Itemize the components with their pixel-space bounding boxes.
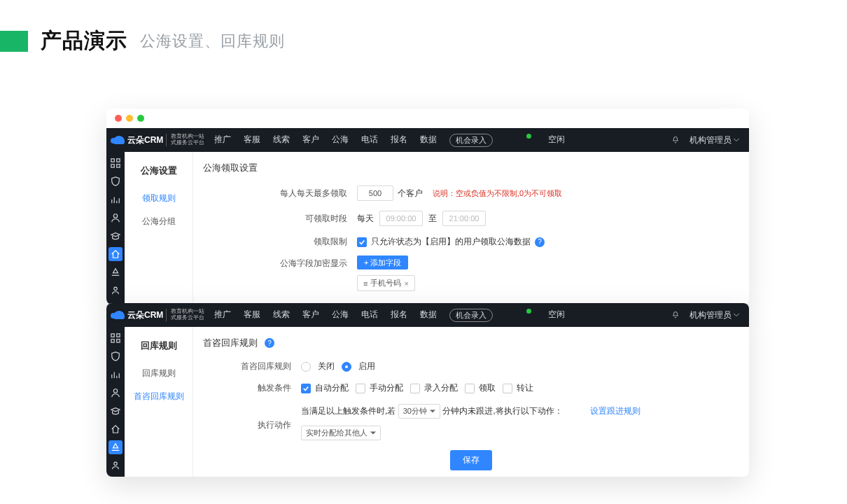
- nav-item[interactable]: 报名: [391, 134, 407, 147]
- nav-item[interactable]: 客户: [302, 134, 319, 147]
- encrypted-field-tag[interactable]: ≡ 手机号码 ×: [357, 275, 415, 291]
- svg-point-11: [114, 462, 117, 465]
- nav-item[interactable]: 电话: [361, 134, 378, 147]
- top-nav: 云朵CRM 教育机构一站式服务云平台 推广 客服 线索 客户 公海 电话 报名 …: [106, 128, 749, 152]
- row-claim-limit: 领取限制 只允许状态为【启用】的用户领取公海数据 ?: [203, 236, 739, 248]
- nav-item[interactable]: 线索: [273, 134, 290, 147]
- period-to-input[interactable]: [442, 211, 486, 226]
- nav-item[interactable]: 客户: [302, 309, 319, 322]
- rail-recycle-icon[interactable]: [108, 265, 122, 279]
- chk-manual[interactable]: [356, 384, 365, 393]
- page-subtitle: 公海设置、回库规则: [140, 31, 285, 52]
- rail-user-icon[interactable]: [108, 386, 122, 400]
- rail-shield-icon[interactable]: [108, 174, 122, 188]
- accent-bar: [0, 31, 28, 52]
- period-daily: 每天: [357, 213, 374, 225]
- duration-select[interactable]: 30分钟: [398, 404, 440, 419]
- nav-item[interactable]: 客服: [244, 134, 260, 147]
- user-menu[interactable]: 机构管理员: [690, 134, 739, 146]
- nav-item[interactable]: 报名: [391, 309, 407, 322]
- bell-icon[interactable]: [671, 310, 680, 320]
- action-select[interactable]: 实时分配给其他人: [301, 426, 381, 440]
- nav-item[interactable]: 公海: [332, 134, 349, 147]
- row-exec-action: 执行动作 当满足以上触发条件时,若 30分钟 分钟内未跟进,将执行以下动作： 设…: [203, 404, 739, 440]
- brand-sub: 教育机构一站式服务云平台: [166, 309, 204, 321]
- nav-action-button[interactable]: 机会录入: [449, 309, 493, 322]
- daily-limit-input[interactable]: [357, 186, 393, 201]
- help-icon[interactable]: ?: [535, 237, 545, 247]
- drag-icon: ≡: [363, 279, 368, 288]
- radio-off[interactable]: [301, 362, 311, 372]
- cloud-icon: [113, 311, 125, 319]
- brand-logo[interactable]: 云朵CRM 教育机构一站式服务云平台: [113, 134, 204, 146]
- user-menu[interactable]: 机构管理员: [690, 309, 739, 321]
- nav-item[interactable]: 推广: [214, 134, 231, 147]
- rail-recycle-icon[interactable]: [108, 440, 122, 454]
- row-daily-limit: 每人每天最多领取 个客户 说明：空或负值为不限制,0为不可领取: [203, 186, 739, 201]
- svg-point-10: [113, 389, 117, 393]
- side-panel-title: 公海设置: [125, 159, 192, 187]
- mac-close-icon[interactable]: [115, 115, 122, 122]
- cloud-icon: [113, 136, 125, 144]
- window-pool-settings: 云朵CRM 教育机构一站式服务云平台 推广 客服 线索 客户 公海 电话 报名 …: [106, 108, 749, 304]
- side-panel: 公海设置 领取规则 公海分组: [125, 152, 193, 304]
- nav-item[interactable]: 数据: [420, 134, 437, 147]
- exec-prefix: 当满足以上触发条件时,若: [301, 406, 396, 416]
- nav-item[interactable]: 电话: [361, 309, 378, 322]
- rail-dashboard-icon[interactable]: [108, 156, 122, 170]
- row-encrypt-fields: 公海字段加密显示 + 添加字段 ≡ 手机号码 ×: [203, 258, 739, 291]
- save-button[interactable]: 保存: [450, 450, 492, 470]
- idle-status-icon: [526, 309, 531, 314]
- rail-shield-icon[interactable]: [108, 349, 122, 363]
- bell-icon[interactable]: [671, 135, 680, 145]
- nav-item[interactable]: 客服: [244, 309, 260, 322]
- limit-checkbox[interactable]: [357, 237, 367, 247]
- tag-remove-icon[interactable]: ×: [404, 279, 408, 288]
- svg-rect-8: [111, 340, 114, 342]
- chk-auto[interactable]: [301, 384, 311, 393]
- idle-status-label: 空闲: [548, 309, 565, 322]
- nav-item[interactable]: 数据: [420, 309, 437, 322]
- side-item-return-rules[interactable]: 回库规则: [125, 362, 192, 385]
- mac-min-icon[interactable]: [126, 115, 133, 122]
- rail-person-icon[interactable]: [108, 458, 122, 472]
- rail-chart-icon[interactable]: [108, 192, 122, 206]
- radio-off-label: 关闭: [318, 360, 335, 372]
- svg-rect-9: [117, 340, 120, 342]
- nav-item[interactable]: 公海: [332, 309, 349, 322]
- rail-home-icon[interactable]: [108, 247, 122, 261]
- mac-max-icon[interactable]: [137, 115, 144, 122]
- period-from-input[interactable]: [379, 211, 423, 226]
- rail-edu-icon[interactable]: [108, 404, 122, 418]
- side-item-first-consult-rules[interactable]: 首咨回库规则: [125, 385, 192, 408]
- row-label: 公海字段加密显示: [203, 258, 357, 270]
- rail-edu-icon[interactable]: [108, 229, 122, 243]
- rail-chart-icon[interactable]: [108, 368, 122, 382]
- chk-transfer[interactable]: [503, 384, 512, 393]
- svg-rect-6: [111, 334, 114, 337]
- help-icon[interactable]: ?: [265, 338, 274, 348]
- side-item-claim-rules[interactable]: 领取规则: [125, 187, 192, 210]
- set-followup-link[interactable]: 设置跟进规则: [590, 406, 640, 416]
- section-title: 首咨回库规则 ?: [203, 337, 739, 349]
- side-item-pool-groups[interactable]: 公海分组: [125, 210, 192, 233]
- rail-user-icon[interactable]: [108, 211, 122, 225]
- nav-action-button[interactable]: 机会录入: [449, 134, 493, 147]
- chk-entry[interactable]: [410, 384, 420, 393]
- rail-home-icon[interactable]: [108, 422, 122, 436]
- opt-label: 转让: [517, 382, 533, 394]
- nav-item[interactable]: 推广: [214, 309, 231, 322]
- rail-dashboard-icon[interactable]: [108, 331, 122, 345]
- row-rule-toggle: 首咨回库规则 关闭 启用: [203, 360, 739, 372]
- rail-person-icon[interactable]: [108, 284, 122, 298]
- mac-title-bar: [106, 108, 749, 128]
- daily-note: 说明：空或负值为不限制,0为不可领取: [433, 188, 562, 199]
- window-return-rules: 云朵CRM 教育机构一站式服务云平台 推广 客服 线索 客户 公海 电话 报名 …: [106, 303, 749, 477]
- row-label: 领取限制: [203, 236, 357, 248]
- opt-label: 领取: [479, 382, 496, 394]
- radio-on[interactable]: [342, 362, 351, 372]
- chk-claim[interactable]: [465, 384, 475, 393]
- brand-logo[interactable]: 云朵CRM 教育机构一站式服务云平台: [113, 309, 204, 321]
- add-field-button[interactable]: + 添加字段: [357, 255, 408, 270]
- nav-item[interactable]: 线索: [273, 309, 290, 322]
